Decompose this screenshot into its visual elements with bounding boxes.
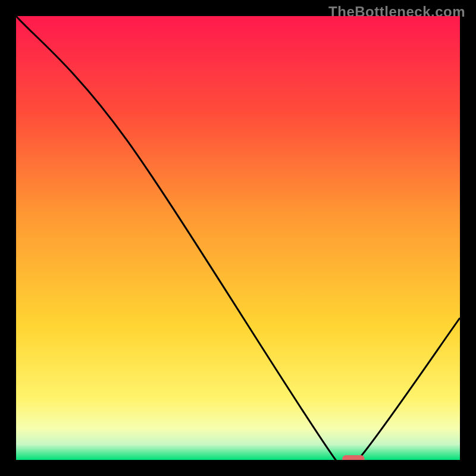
selected-point-marker	[342, 455, 364, 460]
bottleneck-chart	[16, 16, 460, 460]
plot-background	[16, 16, 460, 460]
chart-frame: TheBottleneck.com	[0, 0, 476, 476]
